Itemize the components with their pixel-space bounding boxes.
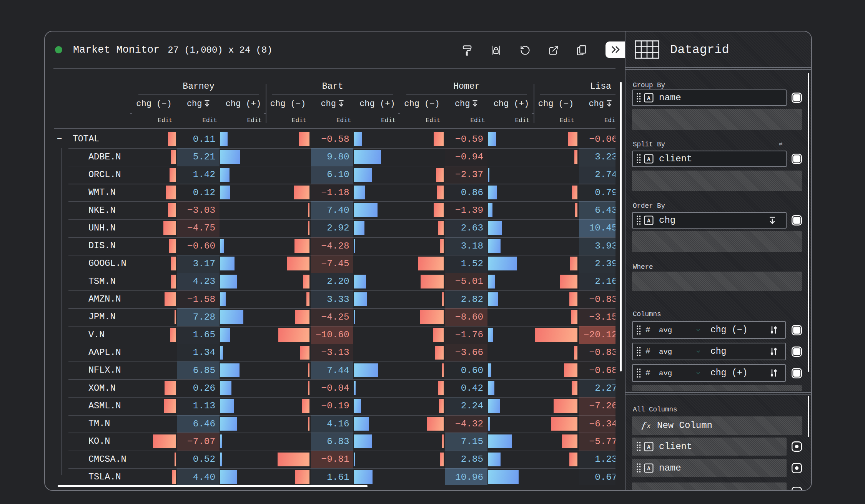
svg-text:A: A	[647, 218, 650, 224]
svg-text:A: A	[647, 156, 650, 162]
svg-text:A: A	[647, 466, 650, 472]
svg-text:A: A	[647, 95, 650, 101]
svg-text:A: A	[647, 444, 650, 450]
